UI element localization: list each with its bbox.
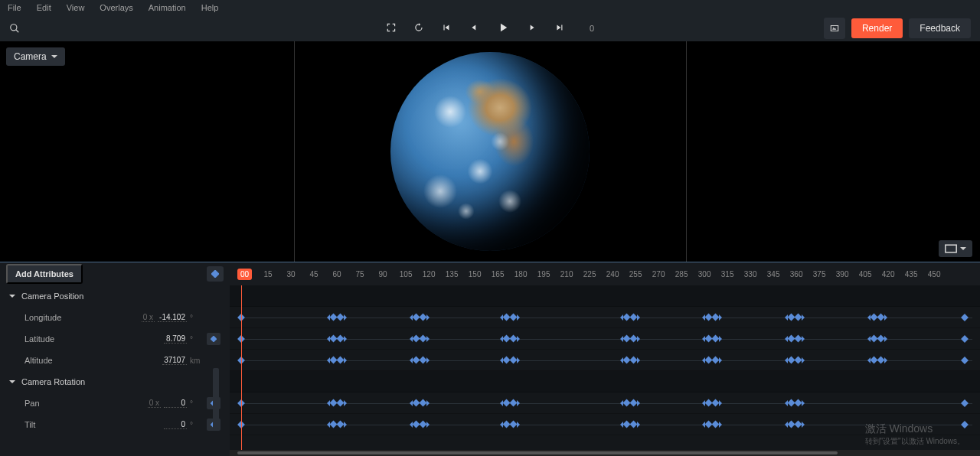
ruler-tick[interactable]: 135 [440, 270, 463, 278]
ruler-tick[interactable]: 375 [808, 270, 831, 278]
keyframe-cluster[interactable] [785, 357, 805, 363]
menu-edit[interactable]: Edit [37, 3, 51, 12]
ruler-tick[interactable]: 450 [923, 270, 946, 278]
render-button[interactable]: Render [851, 18, 903, 38]
latitude-keyframe-button[interactable] [207, 333, 220, 345]
tracks-area[interactable] [230, 285, 980, 450]
keyframe-cluster[interactable] [702, 314, 722, 321]
keyframe[interactable] [961, 357, 969, 364]
skip-end-icon[interactable] [554, 22, 565, 34]
keyframe-cluster[interactable] [410, 422, 430, 428]
keyframe-cluster[interactable] [702, 336, 722, 342]
keyframe-cluster[interactable] [327, 357, 347, 363]
keyframe[interactable] [961, 314, 969, 321]
ruler-tick[interactable]: 210 [555, 270, 578, 278]
keyframe-cluster[interactable] [620, 357, 640, 363]
ruler-tick[interactable]: 435 [900, 270, 923, 278]
menu-help[interactable]: Help [201, 3, 219, 12]
track-tilt[interactable] [230, 414, 980, 435]
keyframe-cluster[interactable] [620, 422, 640, 428]
pan-multiplier[interactable]: 0 x [148, 399, 161, 408]
track-pan[interactable] [230, 392, 980, 414]
ruler-tick[interactable]: 60 [325, 270, 348, 278]
track-altitude[interactable] [230, 350, 980, 371]
add-attributes-button[interactable]: Add Attributes [6, 264, 83, 284]
camera-rotation-group[interactable]: Camera Rotation [0, 371, 230, 392]
keyframe-cluster[interactable] [500, 357, 520, 363]
keyframe-cluster[interactable] [785, 336, 805, 342]
keyframe-cluster[interactable] [500, 400, 520, 406]
longitude-value[interactable]: -14.102 [158, 313, 187, 322]
ruler-tick[interactable]: 255 [624, 270, 647, 278]
menu-overlays[interactable]: Overlays [100, 3, 132, 12]
step-forward-icon[interactable] [527, 22, 537, 34]
keyframe-cluster[interactable] [620, 336, 640, 342]
snapshot-button[interactable] [824, 18, 845, 39]
master-keyframe-toggle[interactable] [207, 266, 224, 282]
ruler-tick[interactable]: 420 [877, 270, 900, 278]
keyframe-cluster[interactable] [620, 314, 640, 321]
keyframe-cluster[interactable] [327, 422, 347, 428]
menu-file[interactable]: File [8, 3, 21, 12]
search-icon[interactable] [9, 23, 20, 34]
ruler-tick[interactable]: 30 [279, 270, 302, 278]
keyframe-cluster[interactable] [702, 357, 722, 363]
ruler-tick[interactable]: 345 [762, 270, 785, 278]
ruler-tick[interactable]: 90 [371, 270, 394, 278]
keyframe-cluster[interactable] [410, 357, 430, 363]
loop-icon[interactable] [413, 22, 424, 34]
keyframe-cluster[interactable] [785, 314, 805, 321]
keyframe-cluster[interactable] [410, 314, 430, 321]
altitude-value[interactable]: 37107 [162, 356, 187, 365]
play-icon[interactable] [496, 21, 510, 36]
keyframe-cluster[interactable] [327, 314, 347, 321]
viewport[interactable] [0, 41, 980, 262]
keyframe-cluster[interactable] [867, 357, 887, 363]
keyframe-cluster[interactable] [867, 314, 887, 321]
longitude-multiplier[interactable]: 0 x [142, 313, 155, 322]
menu-animation[interactable]: Animation [149, 3, 186, 12]
track-latitude[interactable] [230, 328, 980, 350]
latitude-value[interactable]: 8.709 [164, 334, 187, 344]
timeline-ruler[interactable]: 00 1530456075901051201351501651801952102… [230, 262, 980, 285]
keyframe-cluster[interactable] [785, 400, 805, 406]
ruler-tick[interactable]: 15 [256, 270, 279, 278]
pan-value[interactable]: 0 [164, 399, 187, 408]
keyframe-cluster[interactable] [702, 400, 722, 406]
keyframe-cluster[interactable] [500, 314, 520, 321]
fullscreen-icon[interactable] [386, 22, 397, 34]
timeline-scrollbar[interactable] [230, 450, 980, 456]
menu-view[interactable]: View [67, 3, 85, 12]
ruler-tick[interactable]: 195 [532, 270, 555, 278]
ruler-tick[interactable]: 180 [509, 270, 532, 278]
position-scrubber[interactable] [213, 368, 219, 429]
keyframe-cluster[interactable] [500, 336, 520, 342]
ruler-tick[interactable]: 330 [739, 270, 762, 278]
ruler-tick[interactable]: 105 [394, 270, 417, 278]
camera-position-group[interactable]: Camera Position [0, 285, 230, 307]
ruler-tick[interactable]: 405 [854, 270, 877, 278]
feedback-button[interactable]: Feedback [909, 18, 971, 38]
keyframe[interactable] [961, 399, 969, 407]
ruler-tick[interactable]: 120 [417, 270, 440, 278]
ruler-tick[interactable]: 390 [831, 270, 854, 278]
ruler-tick[interactable]: 165 [486, 270, 509, 278]
scroll-thumb[interactable] [237, 451, 838, 454]
ruler-tick[interactable]: 315 [716, 270, 739, 278]
keyframe-cluster[interactable] [327, 400, 347, 406]
keyframe-cluster[interactable] [410, 336, 430, 342]
track-longitude[interactable] [230, 307, 980, 328]
aspect-ratio-button[interactable] [939, 240, 972, 257]
ruler-tick[interactable]: 240 [601, 270, 624, 278]
keyframe-cluster[interactable] [410, 400, 430, 406]
ruler-tick[interactable]: 225 [578, 270, 601, 278]
ruler-tick[interactable]: 300 [693, 270, 716, 278]
ruler-tick[interactable]: 45 [302, 270, 325, 278]
keyframe[interactable] [961, 421, 969, 428]
camera-dropdown[interactable]: Camera [6, 47, 65, 66]
keyframe-cluster[interactable] [702, 422, 722, 428]
ruler-current-frame[interactable]: 00 [237, 269, 252, 280]
playhead[interactable] [241, 285, 242, 450]
keyframe-cluster[interactable] [867, 336, 887, 342]
ruler-tick[interactable]: 360 [785, 270, 808, 278]
